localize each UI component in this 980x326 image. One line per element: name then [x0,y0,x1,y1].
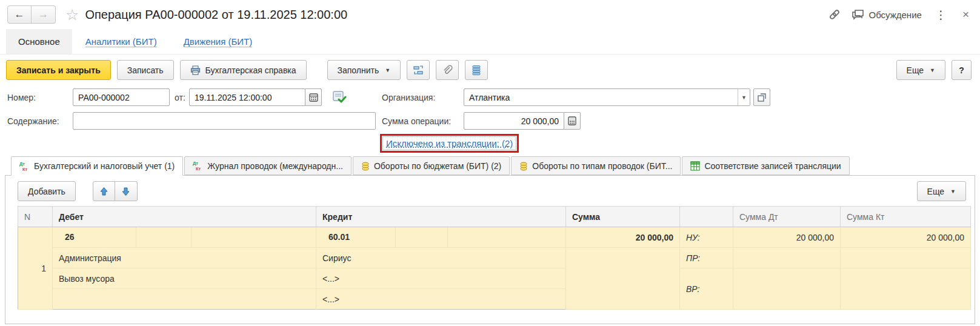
save-button[interactable]: Записать [117,60,174,80]
credit-analytics-2[interactable]: <...> [316,268,566,289]
accounting-reference-label: Бухгалтерская справка [205,65,296,75]
nav-tab-movements[interactable]: Движения (БИТ) [170,29,266,54]
table-header-row: N Дебет Кредит Сумма Сумма Дт Сумма Кт [18,207,971,227]
content-input[interactable] [73,112,376,130]
number-input[interactable] [73,88,170,106]
organization-input[interactable] [464,88,750,106]
more-label: Еще [927,187,945,196]
more-menu-icon[interactable]: ⋮ [933,8,949,22]
flag-vr[interactable]: ВР: [680,268,733,310]
flag-nu[interactable]: НУ: [680,227,733,248]
col-debit[interactable]: Дебет [53,207,316,227]
debit-analytics-1[interactable]: Администрация [53,248,316,268]
amount-dt-nu[interactable]: 20 000,00 [733,227,841,248]
amount-dt-vr[interactable] [733,268,841,310]
tab-budget-turnovers[interactable]: Обороты по бюджетам (БИТ) (2) [353,156,510,175]
col-n[interactable]: N [18,207,53,227]
col-credit[interactable]: Кредит [316,207,566,227]
page-tabs: Дт Кт Бухгалтерский и налоговый учет (1)… [0,156,980,175]
register-stack-icon [472,65,481,76]
coins-icon [361,161,370,171]
amount-kt-pr[interactable] [841,248,971,268]
attachments-button[interactable] [436,60,459,80]
titlebar: ← → ☆ Операция РА00-000002 от 19.11.2025… [0,0,980,29]
amount-empty-cell[interactable] [566,248,680,310]
arrow-up-icon [99,187,108,196]
table-row[interactable]: Администрация Сириус ПР: [18,248,971,268]
debit-analytics-3[interactable] [53,289,316,310]
back-button[interactable]: ← [7,5,32,24]
amount-cell-selected[interactable]: 20 000,00 [566,227,680,248]
history-nav: ← → [7,5,56,24]
favorite-star-icon[interactable]: ☆ [65,7,79,22]
nav-tab-analytics-label: Аналитики (БИТ) [85,36,157,47]
flag-pr[interactable]: ПР: [680,248,733,268]
paperclip-icon [442,65,453,76]
col-flags[interactable] [680,207,733,227]
structure-button[interactable] [407,60,430,80]
debit-account-cell[interactable]: 26 [53,227,316,248]
nav-tabs: Основное Аналитики (БИТ) Движения (БИТ) [0,29,980,55]
col-amount-kt[interactable]: Сумма Кт [841,207,971,227]
more-button[interactable]: Еще ▼ [896,60,945,80]
entries-table[interactable]: N Дебет Кредит Сумма Сумма Дт Сумма Кт 1… [18,206,971,310]
tab-label: Обороты по типам проводок (БИТ... [532,161,672,171]
credit-account-cell[interactable]: 60.01 [316,227,566,248]
debit-analytics-2[interactable]: Вывоз мусора [53,268,316,289]
amount-dt-pr[interactable] [733,248,841,268]
operation-window: ← → ☆ Операция РА00-000002 от 19.11.2025… [0,0,980,326]
save-close-button[interactable]: Записать и закрыть [6,60,111,80]
amount-input[interactable] [464,112,564,130]
entries-more-button[interactable]: Еще ▼ [917,181,966,201]
table-row[interactable]: Вывоз мусора <...> ВР: [18,268,971,289]
credit-analytics-3[interactable]: <...> [316,289,566,310]
printer-icon [190,65,201,75]
back-arrow-icon: ← [15,8,25,21]
number-label: Номер: [7,88,36,107]
organization-dropdown-arrow[interactable]: ▼ [738,89,750,105]
forward-arrow-icon: → [38,8,48,21]
chevron-down-icon: ▼ [950,188,956,195]
date-input[interactable] [189,88,305,106]
calculator-button[interactable] [564,112,581,130]
register-records-button[interactable] [465,60,488,80]
nav-tab-analytics[interactable]: Аналитики (БИТ) [72,29,170,54]
entries-panel: Добавить Еще ▼ [5,175,975,324]
row-number-cell[interactable]: 1 [18,227,53,310]
accounting-reference-button[interactable]: Бухгалтерская справка [180,60,307,80]
structure-icon [413,65,424,76]
col-amount-dt[interactable]: Сумма Дт [733,207,841,227]
tab-label: Соответствие записей трансляции [704,161,841,171]
organization-open-button[interactable] [753,88,770,106]
tab-accounting-tax[interactable]: Дт Кт Бухгалтерский и налоговый учет (1) [11,156,183,176]
tab-entries-journal[interactable]: Дт Кт Журнал проводок (международн... [184,156,352,175]
close-icon[interactable]: × [960,8,972,21]
amount-label: Сумма операции: [382,112,451,130]
get-link-button[interactable] [828,8,841,21]
table-row[interactable]: 1 26 60.01 20 000,00 НУ: [18,227,971,248]
coins-icon [519,161,528,171]
amount-kt-vr[interactable] [841,268,971,310]
arrow-down-icon [121,187,130,196]
add-row-button[interactable]: Добавить [18,181,76,201]
discussion-button[interactable]: Обсуждение [852,9,921,21]
discussion-icon [852,9,864,21]
calendar-button[interactable] [305,88,322,106]
amount-kt-nu[interactable]: 20 000,00 [841,227,971,248]
forward-button[interactable]: → [32,5,56,24]
help-button[interactable]: ? [952,60,972,80]
discussion-label: Обсуждение [868,10,921,20]
table-grid-icon [690,161,700,171]
move-down-button[interactable] [115,181,138,201]
fill-button[interactable]: Заполнить ▼ [327,60,401,80]
calendar-icon [309,93,318,102]
credit-analytics-1[interactable]: Сириус [316,248,566,268]
command-bar: Записать и закрыть Записать Бухгалтерска… [0,55,980,85]
tab-translation-records[interactable]: Соответствие записей трансляции [682,156,849,175]
tab-entry-type-turnovers[interactable]: Обороты по типам проводок (БИТ... [511,156,681,175]
fill-label: Заполнить [338,65,379,75]
move-up-button[interactable] [93,181,115,201]
excluded-from-translation-link[interactable]: Исключено из трансляции: (2) [382,136,516,150]
col-amount[interactable]: Сумма [566,207,680,227]
nav-tab-main[interactable]: Основное [6,29,72,54]
